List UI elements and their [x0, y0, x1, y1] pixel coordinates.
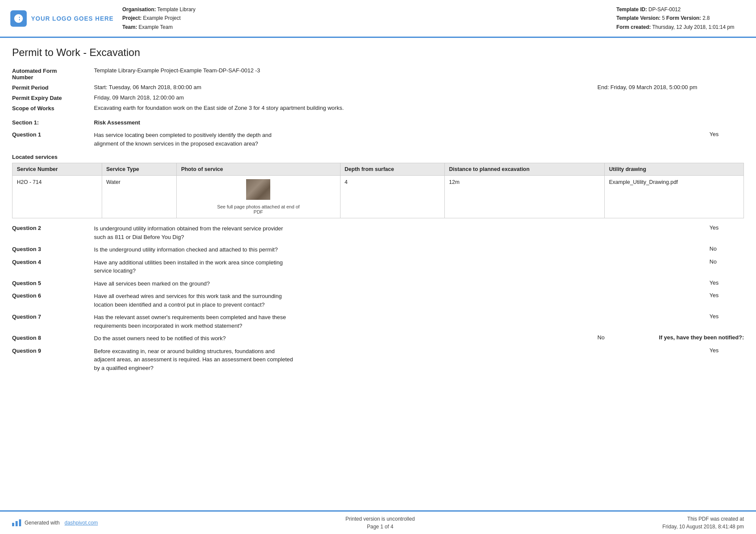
template-id-label: Template ID:: [616, 6, 647, 12]
org-label: Organisation:: [122, 6, 156, 12]
located-services-title: Located services: [12, 154, 744, 160]
logo-area: YOUR LOGO GOES HERE: [10, 10, 114, 27]
col-photo: Photo of service: [177, 163, 340, 176]
question-4-row: Question 4 Have any additional utilities…: [12, 258, 744, 275]
template-id-value: DP-SAF-0012: [648, 6, 681, 12]
question-6-text: Have all overhead wires and services for…: [94, 292, 709, 309]
permit-expiry-label: Permit Expiry Date: [12, 94, 94, 101]
question-3-label: Question 3: [12, 245, 94, 252]
question-8-note: If yes, have they been notified?:: [632, 334, 744, 341]
form-version-label: Form Version:: [666, 15, 701, 21]
logo-svg: [13, 13, 24, 24]
question-9-answer: Yes: [709, 347, 744, 354]
question-4-text: Have any additional utilities been insta…: [94, 258, 709, 275]
col-depth: Depth from surface: [340, 163, 444, 176]
org-value: Template Library: [157, 6, 196, 12]
distance-cell: 12m: [444, 176, 604, 218]
col-service-number: Service Number: [12, 163, 102, 176]
question-9-row: Question 9 Before excavating in, near or…: [12, 347, 744, 373]
photo-cell: See full page photos attached at end ofP…: [177, 176, 340, 218]
photo-caption: See full page photos attached at end ofP…: [181, 204, 335, 214]
template-version-value: 5: [662, 15, 665, 21]
permit-period-row: Permit Period Start: Tuesday, 06 March 2…: [12, 84, 744, 91]
section-label: Section 1:: [12, 119, 94, 126]
question-2-answer: Yes: [709, 224, 744, 231]
question-9-text: Before excavating in, near or around bui…: [94, 347, 709, 373]
permit-period-end: End: Friday, 09 March 2018, 5:00:00 pm: [597, 84, 744, 90]
question-2-text: Is underground utility information obtai…: [94, 224, 709, 241]
question-3-answer: No: [709, 245, 744, 252]
question-1-answer: Yes: [709, 131, 744, 137]
project-label: Project:: [122, 15, 142, 21]
question-6-answer: Yes: [709, 292, 744, 298]
question-9-label: Question 9: [12, 347, 94, 354]
question-3-text: Is the underground utility information c…: [94, 245, 709, 254]
scope-label: Scope of Works: [12, 105, 94, 112]
services-table: Service Number Service Type Photo of ser…: [12, 163, 744, 218]
table-row: H2O - 714 Water See full page photos att…: [12, 176, 744, 218]
question-1-row: Question 1 Has service locating been com…: [12, 131, 744, 148]
table-header-row: Service Number Service Type Photo of ser…: [12, 163, 744, 176]
page-header: YOUR LOGO GOES HERE Organisation: Templa…: [0, 0, 756, 38]
question-2-row: Question 2 Is underground utility inform…: [12, 224, 744, 241]
question-2-label: Question 2: [12, 224, 94, 231]
automated-form-label: Automated FormNumber: [12, 67, 94, 81]
question-4-answer: No: [709, 258, 744, 265]
question-8-text: Do the asset owners need to be notified …: [94, 334, 597, 343]
section-value: Risk Assessment: [94, 119, 140, 126]
logo-icon: [10, 10, 27, 27]
question-7-label: Question 7: [12, 313, 94, 320]
question-6-label: Question 6: [12, 292, 94, 299]
main-content: Permit to Work - Excavation Automated Fo…: [0, 38, 756, 402]
team-value: Example Team: [139, 24, 173, 30]
photo-image: [246, 179, 270, 200]
permit-expiry-value: Friday, 09 March 2018, 12:00:00 am: [94, 94, 744, 101]
question-8-label: Question 8: [12, 334, 94, 341]
depth-cell: 4: [340, 176, 444, 218]
col-utility-drawing: Utility drawing: [605, 163, 744, 176]
utility-drawing-cell: Example_Utility_Drawing.pdf: [605, 176, 744, 218]
photo-thumbnail: [246, 179, 270, 200]
form-created-label: Form created:: [616, 24, 651, 30]
permit-expiry-row: Permit Expiry Date Friday, 09 March 2018…: [12, 94, 744, 101]
question-4-label: Question 4: [12, 258, 94, 265]
project-value: Example Project: [143, 15, 181, 21]
question-5-answer: Yes: [709, 279, 744, 286]
scope-row: Scope of Works Excavating earth for foun…: [12, 105, 744, 112]
question-3-row: Question 3 Is the underground utility in…: [12, 245, 744, 254]
logo-text: YOUR LOGO GOES HERE: [31, 15, 114, 22]
service-number-cell: H2O - 714: [12, 176, 102, 218]
question-5-label: Question 5: [12, 279, 94, 286]
question-8-row: Question 8 Do the asset owners need to b…: [12, 334, 744, 343]
template-version-label: Template Version:: [616, 15, 660, 21]
question-6-row: Question 6 Have all overhead wires and s…: [12, 292, 744, 309]
col-service-type: Service Type: [102, 163, 177, 176]
question-7-text: Has the relevant asset owner's requireme…: [94, 313, 709, 330]
form-created-value: Thursday, 12 July 2018, 1:01:14 pm: [652, 24, 734, 30]
question-5-row: Question 5 Have all services been marked…: [12, 279, 744, 288]
scope-value: Excavating earth for foundation work on …: [94, 105, 744, 111]
col-distance: Distance to planned excavation: [444, 163, 604, 176]
automated-form-value: Template Library-Example Project-Example…: [94, 67, 744, 74]
question-5-text: Have all services been marked on the gro…: [94, 279, 709, 288]
header-right: Template ID: DP-SAF-0012 Template Versio…: [616, 5, 746, 31]
permit-period-label: Permit Period: [12, 84, 94, 91]
header-center: Organisation: Template Library Project: …: [114, 5, 616, 31]
section-row: Section 1: Risk Assessment: [12, 119, 744, 126]
permit-period-start: Start: Tuesday, 06 March 2018, 8:00:00 a…: [94, 84, 597, 90]
service-type-cell: Water: [102, 176, 177, 218]
question-1-label: Question 1: [12, 131, 94, 138]
question-1-text: Has service locating been completed to p…: [94, 131, 709, 148]
team-label: Team:: [122, 24, 137, 30]
question-8-answer: No: [597, 334, 632, 341]
page-title: Permit to Work - Excavation: [12, 47, 744, 60]
question-7-row: Question 7 Has the relevant asset owner'…: [12, 313, 744, 330]
automated-form-row: Automated FormNumber Template Library-Ex…: [12, 67, 744, 81]
question-7-answer: Yes: [709, 313, 744, 320]
form-version-value: 2.8: [703, 15, 710, 21]
